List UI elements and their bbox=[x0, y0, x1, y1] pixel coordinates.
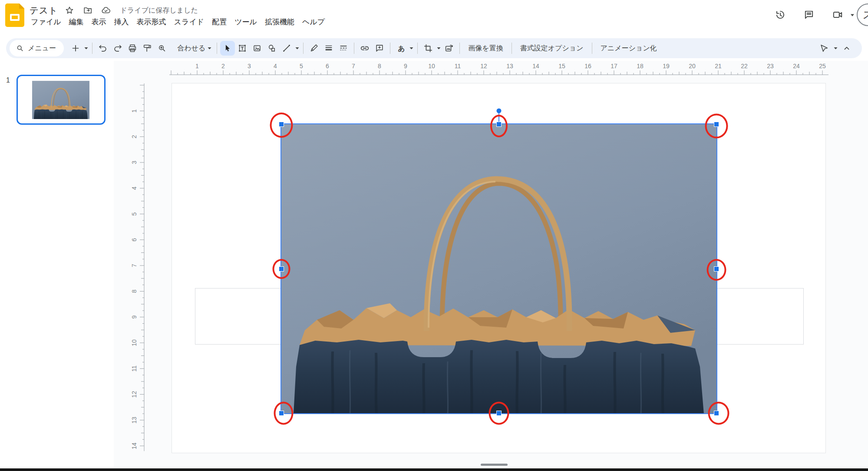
redo-button[interactable] bbox=[110, 41, 125, 56]
replace-image-button[interactable]: 画像を置換 bbox=[463, 44, 508, 53]
svg-text:20: 20 bbox=[689, 63, 696, 70]
menu-tools[interactable]: ツール bbox=[231, 16, 261, 29]
resize-handle-middle-right[interactable] bbox=[714, 266, 719, 272]
menu-insert[interactable]: 挿入 bbox=[110, 16, 133, 29]
crop-button[interactable] bbox=[421, 41, 436, 56]
slide-thumbnail[interactable] bbox=[17, 75, 106, 125]
text-options-caret-icon[interactable] bbox=[408, 42, 414, 55]
svg-text:14: 14 bbox=[131, 442, 138, 449]
svg-text:3: 3 bbox=[248, 63, 251, 70]
svg-text:23: 23 bbox=[767, 63, 774, 70]
resize-handle-bottom-center[interactable] bbox=[496, 411, 502, 416]
menu-extensions[interactable]: 拡張機能 bbox=[261, 16, 298, 29]
add-comment-button[interactable] bbox=[372, 41, 387, 56]
svg-text:あ: あ bbox=[398, 45, 405, 53]
insert-link-button[interactable] bbox=[357, 41, 372, 56]
toolbar-wrap: メニュー 合わせる bbox=[0, 30, 868, 61]
toolbar-divider bbox=[354, 43, 354, 54]
slides-logo-page bbox=[10, 14, 20, 21]
menu-edit[interactable]: 編集 bbox=[65, 16, 88, 29]
svg-text:2: 2 bbox=[221, 63, 225, 70]
slides-logo[interactable] bbox=[5, 3, 24, 27]
resize-handle-bottom-left[interactable] bbox=[279, 411, 284, 416]
cloud-saved-icon[interactable] bbox=[100, 4, 112, 17]
svg-text:17: 17 bbox=[611, 63, 617, 70]
crop-caret-icon[interactable] bbox=[436, 42, 442, 55]
toolbar-divider bbox=[217, 43, 217, 54]
svg-text:9: 9 bbox=[131, 315, 138, 319]
replace-image-icon-button[interactable] bbox=[442, 41, 456, 56]
svg-text:22: 22 bbox=[741, 63, 748, 70]
insert-shape-button[interactable] bbox=[264, 41, 279, 56]
text-box-button[interactable] bbox=[235, 41, 250, 56]
comments-icon[interactable] bbox=[799, 5, 818, 24]
slide-thumbnail-image bbox=[32, 81, 89, 119]
line-weight-button[interactable] bbox=[321, 41, 336, 56]
format-options-button[interactable]: 書式設定オプション bbox=[515, 44, 589, 53]
rotation-handle[interactable] bbox=[497, 109, 502, 113]
video-call-icon[interactable] bbox=[828, 5, 847, 24]
toolbar-divider bbox=[512, 43, 512, 54]
insert-line-button[interactable] bbox=[279, 41, 294, 56]
svg-text:14: 14 bbox=[532, 63, 539, 70]
paint-format-button[interactable] bbox=[140, 41, 155, 56]
select-cursor-button[interactable] bbox=[220, 41, 235, 56]
avatar[interactable]: ス bbox=[857, 3, 868, 26]
new-slide-button[interactable] bbox=[68, 41, 83, 56]
insert-image-button[interactable] bbox=[250, 41, 264, 56]
new-slide-caret-icon[interactable] bbox=[83, 42, 89, 55]
content-area: 1234567891011121314151617181920212223242… bbox=[0, 61, 868, 468]
svg-text:8: 8 bbox=[131, 289, 138, 293]
image-selection-box bbox=[281, 123, 717, 414]
svg-text:25: 25 bbox=[819, 63, 826, 70]
document-title[interactable]: テスト bbox=[30, 4, 57, 17]
menu-search-button[interactable]: メニュー bbox=[10, 40, 64, 56]
resize-handle-top-center[interactable] bbox=[496, 122, 502, 127]
horizontal-scroll-handle[interactable] bbox=[481, 464, 508, 466]
pointer-mode-button[interactable] bbox=[817, 41, 832, 56]
svg-text:7: 7 bbox=[131, 264, 138, 267]
line-dash-button[interactable] bbox=[336, 41, 351, 56]
svg-text:5: 5 bbox=[131, 212, 138, 216]
filmstrip-panel: 1 bbox=[0, 61, 114, 468]
animate-button[interactable]: アニメーション化 bbox=[595, 44, 662, 53]
toolbar-divider bbox=[303, 43, 304, 54]
print-button[interactable] bbox=[125, 41, 140, 56]
menu-help[interactable]: ヘルプ bbox=[298, 16, 329, 29]
hide-toolbar-button[interactable] bbox=[839, 41, 854, 56]
pointer-mode-caret-icon[interactable] bbox=[832, 42, 838, 55]
insert-line-caret-icon[interactable] bbox=[294, 42, 300, 55]
undo-button[interactable] bbox=[96, 41, 110, 56]
menu-slide[interactable]: スライド bbox=[170, 16, 208, 29]
header-actions bbox=[771, 5, 855, 24]
fit-zoom-button[interactable]: 合わせる bbox=[169, 44, 214, 53]
resize-handle-top-left[interactable] bbox=[279, 122, 284, 127]
fit-zoom-caret-icon bbox=[207, 47, 212, 50]
slides-logo-fold bbox=[19, 3, 24, 9]
star-icon[interactable] bbox=[63, 4, 76, 17]
move-to-folder-icon[interactable] bbox=[82, 4, 94, 17]
zoom-in-button[interactable] bbox=[155, 41, 169, 56]
svg-text:4: 4 bbox=[131, 186, 138, 190]
toolbar-divider bbox=[92, 43, 92, 54]
slide-canvas[interactable] bbox=[172, 83, 826, 453]
video-call-caret-icon[interactable] bbox=[850, 11, 855, 19]
menu-arrange[interactable]: 配置 bbox=[208, 16, 231, 29]
save-status[interactable]: ドライブに保存しました bbox=[120, 6, 198, 15]
svg-text:13: 13 bbox=[506, 63, 513, 70]
svg-text:5: 5 bbox=[300, 63, 303, 70]
svg-text:10: 10 bbox=[428, 63, 435, 70]
scribble-pen-button[interactable] bbox=[307, 41, 321, 56]
menu-format[interactable]: 表示形式 bbox=[133, 16, 170, 29]
resize-handle-top-right[interactable] bbox=[714, 122, 719, 127]
menu-view[interactable]: 表示 bbox=[88, 16, 110, 29]
svg-text:12: 12 bbox=[480, 63, 487, 70]
toolbar-divider bbox=[459, 43, 460, 54]
svg-text:2: 2 bbox=[131, 135, 138, 138]
resize-handle-middle-left[interactable] bbox=[279, 266, 284, 272]
resize-handle-bottom-right[interactable] bbox=[714, 411, 719, 416]
version-history-icon[interactable] bbox=[771, 5, 790, 24]
text-options-button[interactable]: あ bbox=[393, 41, 408, 56]
toolbar-divider bbox=[390, 43, 390, 54]
menu-file[interactable]: ファイル bbox=[27, 16, 65, 29]
